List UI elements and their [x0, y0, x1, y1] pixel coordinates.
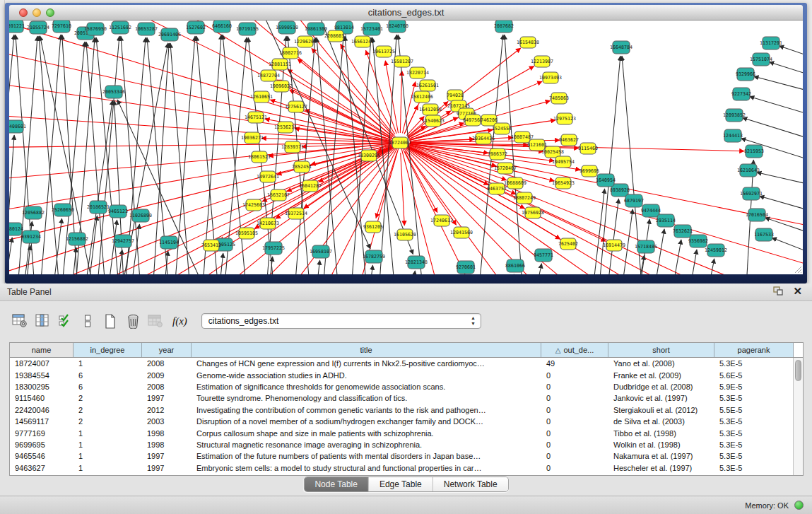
- close-panel-icon[interactable]: ✕: [793, 286, 802, 296]
- tab-node-table[interactable]: Node Table: [304, 477, 369, 491]
- cell-out_de[interactable]: 0: [541, 439, 608, 450]
- table-row[interactable]: 1830029562008Estimation of significance …: [10, 381, 793, 392]
- graph-edge[interactable]: [769, 62, 803, 88]
- cell-name[interactable]: 18300295: [10, 381, 73, 392]
- cell-in_degree[interactable]: 2: [73, 392, 142, 404]
- graph-node[interactable]: 19036271: [241, 132, 264, 144]
- window-titlebar[interactable]: citations_edges.txt: [9, 5, 803, 21]
- graph-node[interactable]: 9465123: [108, 205, 128, 218]
- cell-year[interactable]: 2008: [142, 381, 192, 392]
- cell-name[interactable]: 18724007: [10, 358, 73, 369]
- graph-edge[interactable]: [400, 143, 803, 274]
- graph-node[interactable]: 18807249: [513, 192, 536, 204]
- graph-node[interactable]: 1244413: [723, 129, 743, 142]
- table-row[interactable]: 946554611997Estimation of the future num…: [10, 450, 793, 462]
- graph-node[interactable]: 12975123: [553, 113, 576, 124]
- graph-node[interactable]: 14675121: [245, 112, 267, 123]
- graph-node[interactable]: 9699695: [579, 165, 599, 177]
- graph-node[interactable]: 18300295: [358, 150, 380, 161]
- cell-in_degree[interactable]: 6: [73, 369, 142, 380]
- graph-node[interactable]: 14972641: [257, 171, 279, 182]
- cell-name[interactable]: 14569117: [10, 416, 73, 427]
- graph-node[interactable]: 12756127: [285, 101, 307, 112]
- graph-node[interactable]: 15751074: [750, 53, 772, 66]
- table-row[interactable]: 2242004622012Investigating the contribut…: [10, 404, 793, 416]
- graph-edge[interactable]: [529, 264, 541, 274]
- graph-node[interactable]: 7625402: [558, 238, 578, 250]
- table-row[interactable]: 946362711997Embryonic stem cells: a mode…: [10, 462, 793, 474]
- cell-out_de[interactable]: 0: [541, 416, 608, 427]
- cell-name[interactable]: 22420046: [10, 404, 73, 416]
- graph-edge[interactable]: [23, 245, 30, 274]
- cell-out_de[interactable]: 0: [541, 427, 608, 438]
- graph-node[interactable]: 7852451: [292, 161, 312, 173]
- graph-node[interactable]: 1167533: [754, 228, 774, 241]
- table-row[interactable]: 969969511998Structural magnetic resonanc…: [10, 439, 793, 450]
- cell-title[interactable]: Embryonic stem cells: a model to study s…: [192, 462, 541, 474]
- cell-out_de[interactable]: 0: [541, 381, 608, 392]
- cell-year[interactable]: 1998: [142, 439, 192, 450]
- table-vertical-scrollbar[interactable]: [793, 358, 803, 475]
- graph-node[interactable]: 19096022: [270, 81, 293, 92]
- graph-node[interactable]: 19756928: [522, 207, 544, 218]
- graph-node[interactable]: 12056882: [22, 206, 45, 219]
- float-panel-icon[interactable]: [773, 286, 783, 296]
- cell-short[interactable]: Franke et al. (2009): [608, 369, 714, 380]
- graph-node[interactable]: 7297610: [52, 21, 71, 33]
- cell-pagerank[interactable]: 5.9E-5: [714, 381, 793, 392]
- network-graph[interactable]: 9391221210557247297610200512341587695011…: [9, 21, 803, 274]
- graph-edge[interactable]: [402, 82, 415, 134]
- graph-node[interactable]: 21055724: [27, 21, 49, 34]
- graph-edge[interactable]: [772, 238, 803, 268]
- cell-name[interactable]: 9699695: [10, 439, 73, 450]
- cell-short[interactable]: Tibbo et al. (1998): [608, 427, 714, 438]
- rows-mode-icon[interactable]: [78, 312, 98, 330]
- graph-edge[interactable]: [757, 173, 803, 194]
- graph-node[interactable]: 11540623: [422, 115, 445, 127]
- graph-node[interactable]: 19654923: [552, 177, 575, 189]
- cell-pagerank[interactable]: 5.3E-5: [714, 439, 793, 450]
- cell-pagerank[interactable]: 5.5E-5: [714, 404, 793, 416]
- graph-edge[interactable]: [684, 250, 697, 274]
- graph-node[interactable]: 19372514: [285, 208, 307, 219]
- graph-node[interactable]: 15692971: [740, 187, 763, 200]
- function-builder-icon[interactable]: f(x): [172, 315, 187, 327]
- cell-out_de[interactable]: 49: [541, 358, 608, 369]
- graph-edge[interactable]: [39, 36, 62, 274]
- graph-node[interactable]: 18240760: [386, 21, 408, 33]
- graph-node[interactable]: 18061521: [248, 151, 271, 163]
- graph-node[interactable]: 6497568: [463, 115, 483, 126]
- close-window-button[interactable]: [19, 8, 28, 17]
- graph-node[interactable]: 12213987: [531, 56, 553, 67]
- cell-title[interactable]: Estimation of the future numbers of pati…: [192, 450, 541, 462]
- graph-edge[interactable]: [409, 147, 606, 241]
- graph-node[interactable]: 19495754: [552, 156, 575, 168]
- graph-node[interactable]: 22086031: [324, 30, 347, 42]
- cell-in_degree[interactable]: 1: [73, 358, 142, 369]
- graph-node[interactable]: 11317291: [760, 37, 782, 49]
- graph-edge[interactable]: [603, 199, 618, 274]
- graph-node[interactable]: 15876950: [84, 23, 107, 35]
- graph-node[interactable]: 9329966: [736, 68, 755, 81]
- cell-year[interactable]: 2003: [142, 416, 192, 427]
- cell-in_degree[interactable]: 1: [73, 450, 142, 462]
- graph-node[interactable]: 9227342: [731, 88, 751, 100]
- graph-node[interactable]: 11026890: [129, 209, 152, 222]
- graph-node[interactable]: 20691406: [158, 28, 181, 41]
- resize-grip-icon[interactable]: [794, 265, 802, 274]
- cell-pagerank[interactable]: 5.3E-5: [714, 392, 793, 404]
- graph-node[interactable]: 7986372: [488, 148, 507, 160]
- graph-edge[interactable]: [292, 37, 315, 274]
- cell-title[interactable]: Corpus callosum shape and size in male p…: [192, 427, 541, 438]
- cell-name[interactable]: 9777169: [10, 427, 73, 438]
- cell-short[interactable]: Nakamura et al. (1997): [608, 450, 714, 462]
- graph-edge[interactable]: [37, 35, 61, 274]
- graph-node[interactable]: 18724007: [389, 137, 411, 148]
- zoom-window-button[interactable]: [46, 8, 54, 17]
- graph-node[interactable]: 15632107: [267, 189, 290, 201]
- table-options-icon[interactable]: [10, 312, 30, 330]
- column-header-out_de[interactable]: △out_de...: [541, 343, 608, 357]
- cell-title[interactable]: Disruption of a novel member of a sodium…: [192, 416, 541, 427]
- table-row[interactable]: 1456911722003Disruption of a novel membe…: [10, 416, 793, 427]
- table-row[interactable]: 1872400712008Changes of HCN gene express…: [10, 358, 793, 369]
